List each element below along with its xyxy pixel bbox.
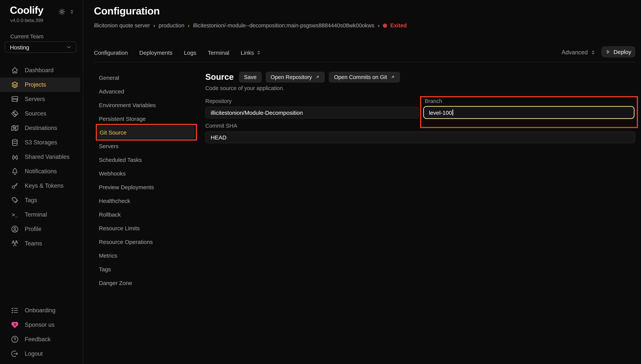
git-source-icon	[11, 110, 19, 118]
key-icon	[11, 182, 19, 190]
sidebar-item-destinations[interactable]: Destinations	[0, 121, 83, 135]
repository-input[interactable]	[205, 107, 419, 118]
submenu-environment-variables[interactable]: Environment Variables	[94, 98, 197, 112]
selector-icon	[256, 50, 261, 55]
submenu-resource-operations[interactable]: Resource Operations	[94, 235, 197, 248]
sidebar-item-onboarding[interactable]: Onboarding	[0, 303, 83, 318]
submenu-rollback[interactable]: Rollback	[94, 208, 197, 221]
tab-deployments[interactable]: Deployments	[139, 49, 172, 56]
terminal-icon: >_	[11, 212, 19, 218]
deploy-button[interactable]: Deploy	[601, 46, 635, 57]
submenu-general[interactable]: General	[94, 71, 197, 84]
submenu-persistent-storage[interactable]: Persistent Storage	[94, 112, 197, 126]
commit-sha-label: Commit SHA	[205, 123, 237, 129]
parentheses-x-icon: (x)	[11, 154, 19, 160]
submenu-advanced[interactable]: Advanced	[94, 84, 197, 98]
advanced-dropdown[interactable]: Advanced	[561, 48, 596, 57]
sidebar-item-logout[interactable]: Logout	[0, 346, 83, 361]
sidebar-item-label: Sources	[25, 110, 46, 117]
submenu-webhooks[interactable]: Webhooks	[94, 166, 197, 180]
sidebar-item-keys-tokens[interactable]: Keys & Tokens	[0, 178, 83, 193]
breadcrumb-environment[interactable]: production	[159, 22, 184, 28]
database-icon	[11, 138, 19, 147]
theme-selector-icon[interactable]	[69, 9, 75, 14]
sidebar-item-label: Servers	[25, 96, 45, 102]
tags-icon	[11, 196, 19, 204]
breadcrumb-project[interactable]: illicitonion quote server	[94, 22, 150, 28]
breadcrumb-application[interactable]: illicitestonion/-module--decomposition:m…	[193, 22, 374, 28]
submenu-preview-deployments[interactable]: Preview Deployments	[94, 180, 197, 194]
play-icon	[605, 50, 610, 54]
sidebar-item-tags[interactable]: Tags	[0, 193, 83, 208]
status-label: Exited	[390, 22, 407, 28]
save-button[interactable]: Save	[239, 72, 261, 82]
submenu-healthcheck[interactable]: Healthcheck	[94, 194, 197, 208]
branch-input-value: level-100	[429, 109, 452, 116]
status-badge: Exited	[383, 22, 407, 28]
sidebar-item-terminal[interactable]: >_ Terminal	[0, 208, 83, 222]
chevron-down-icon	[66, 44, 72, 50]
sidebar-item-teams[interactable]: Teams	[0, 236, 83, 251]
sidebar-footer-nav: Onboarding Sponsor us Fe	[0, 303, 83, 361]
sidebar-item-label: Tags	[25, 197, 37, 204]
submenu-danger-zone[interactable]: Danger Zone	[94, 276, 197, 290]
submenu-servers[interactable]: Servers	[94, 139, 197, 153]
sidebar: Coolify v4.0.0-beta.399 Current Team Hos…	[0, 0, 83, 364]
map-icon	[11, 124, 19, 132]
tab-links[interactable]: Links	[241, 49, 261, 56]
submenu-resource-limits[interactable]: Resource Limits	[94, 221, 197, 235]
sidebar-item-sources[interactable]: Sources	[0, 106, 83, 121]
sidebar-item-notifications[interactable]: Notifications	[0, 164, 83, 178]
commit-sha-input[interactable]	[205, 132, 635, 143]
team-select[interactable]: Hosting	[5, 42, 77, 53]
coolify-app: Coolify v4.0.0-beta.399 Current Team Hos…	[0, 0, 641, 364]
team-select-value: Hosting	[10, 44, 29, 50]
sidebar-item-servers[interactable]: Servers	[0, 92, 83, 106]
branch-label: Branch	[425, 98, 442, 104]
logout-icon	[11, 350, 19, 358]
breadcrumb-separator: ›	[378, 22, 379, 28]
status-dot-icon	[383, 23, 387, 28]
user-circle-icon	[11, 225, 19, 233]
sidebar-item-dashboard[interactable]: Dashboard	[0, 63, 83, 78]
submenu-tags[interactable]: Tags	[94, 262, 197, 276]
submenu-scheduled-tasks[interactable]: Scheduled Tasks	[94, 153, 197, 166]
tab-logs[interactable]: Logs	[184, 49, 196, 56]
tab-bar: Configuration Deployments Logs Terminal …	[94, 48, 261, 57]
sidebar-item-label: Profile	[25, 226, 42, 232]
sidebar-item-shared-variables[interactable]: (x) Shared Variables	[0, 150, 83, 164]
sidebar-item-s3-storages[interactable]: S3 Storages	[0, 135, 83, 150]
bell-icon	[11, 167, 19, 176]
server-icon	[11, 95, 19, 103]
source-header-row: Source Save Open Repository Open Commits…	[205, 72, 400, 83]
sidebar-item-projects[interactable]: Projects	[0, 78, 80, 92]
submenu-metrics[interactable]: Metrics	[94, 248, 197, 262]
external-link-icon	[390, 75, 395, 80]
sidebar-item-label: Shared Variables	[25, 154, 70, 160]
coolify-logo[interactable]: Coolify	[10, 4, 43, 16]
submenu-git-source[interactable]: Git Source	[98, 126, 195, 139]
breadcrumb-separator: ›	[188, 22, 190, 28]
sidebar-item-label: Destinations	[25, 125, 57, 132]
branch-input[interactable]: level-100	[423, 106, 634, 119]
sidebar-item-feedback[interactable]: Feedback	[0, 332, 83, 346]
sidebar-item-label: Logout	[25, 350, 43, 357]
theme-controls	[58, 8, 75, 16]
sidebar-item-label: Projects	[25, 81, 46, 88]
open-repository-button[interactable]: Open Repository	[266, 72, 325, 82]
selector-icon	[590, 50, 596, 55]
sidebar-item-profile[interactable]: Profile	[0, 222, 83, 236]
sidebar-item-label: Sponsor us	[25, 322, 55, 328]
tab-terminal[interactable]: Terminal	[208, 49, 229, 56]
sidebar-item-sponsor[interactable]: Sponsor us	[0, 318, 83, 332]
sidebar-item-label: Terminal	[25, 211, 47, 218]
sidebar-item-label: S3 Storages	[25, 139, 57, 146]
breadcrumb-separator: ›	[153, 22, 155, 28]
app-version: v4.0.0-beta.399	[10, 18, 43, 23]
sun-icon[interactable]	[58, 8, 66, 16]
external-link-icon	[315, 75, 320, 80]
tab-configuration[interactable]: Configuration	[94, 49, 128, 56]
open-commits-button[interactable]: Open Commits on Git	[329, 72, 400, 82]
layers-icon	[11, 80, 19, 89]
help-circle-icon	[11, 335, 19, 344]
